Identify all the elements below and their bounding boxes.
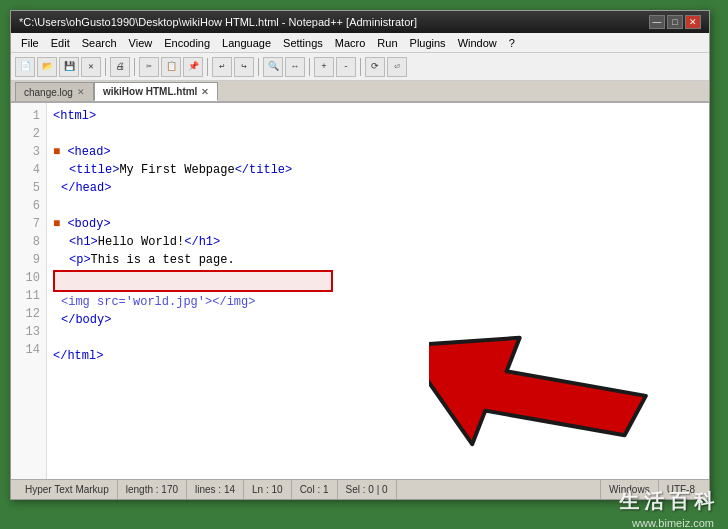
line-num-1: 1: [17, 107, 40, 125]
tab-changelog-label: change.log: [24, 87, 73, 98]
window-controls: — □ ✕: [649, 15, 701, 29]
menu-macro[interactable]: Macro: [329, 36, 372, 50]
code-tag-14: </html>: [53, 347, 103, 365]
undo-button[interactable]: ↩: [212, 57, 232, 77]
svg-marker-0: [429, 249, 657, 459]
menu-window[interactable]: Window: [452, 36, 503, 50]
menu-run[interactable]: Run: [371, 36, 403, 50]
line-num-8: 8: [17, 233, 40, 251]
menu-language[interactable]: Language: [216, 36, 277, 50]
code-text-8: Hello World!: [98, 233, 184, 251]
save-button[interactable]: 💾: [59, 57, 79, 77]
line-num-12: 12: [17, 305, 40, 323]
code-tag-5: </head>: [61, 179, 111, 197]
collapse-icon-3: ■: [53, 143, 67, 161]
zoom-in-button[interactable]: +: [314, 57, 334, 77]
print-button[interactable]: 🖨: [110, 57, 130, 77]
sync-button[interactable]: ⟳: [365, 57, 385, 77]
status-length: length : 170: [118, 480, 187, 499]
paste-button[interactable]: 📌: [183, 57, 203, 77]
toolbar-separator-1: [105, 58, 106, 76]
code-tag-11a: <img src='world.jpg'></img>: [61, 293, 255, 311]
code-line-7: ■ <body>: [53, 215, 703, 233]
collapse-icon-7: ■: [53, 215, 67, 233]
status-ln: Ln : 10: [244, 480, 292, 499]
code-line-3: ■ <head>: [53, 143, 703, 161]
code-content[interactable]: <html> ■ <head> <title> My First Webpage…: [47, 103, 709, 479]
line-num-2: 2: [17, 125, 40, 143]
tab-changelog[interactable]: change.log ✕: [15, 82, 94, 101]
toolbar-separator-3: [207, 58, 208, 76]
line-num-7: 7: [17, 215, 40, 233]
tab-wikiHow[interactable]: wikiHow HTML.html ✕: [94, 82, 218, 101]
code-tag-9a: <p>: [69, 251, 91, 269]
code-line-4: <title> My First Webpage </title>: [53, 161, 703, 179]
tab-wikiHow-close[interactable]: ✕: [201, 87, 209, 97]
line-num-6: 6: [17, 197, 40, 215]
line-numbers: 1 2 3 4 5 6 7 8 9 10 11 12 13 14: [11, 103, 47, 479]
code-tag-12: </body>: [61, 311, 111, 329]
word-wrap-button[interactable]: ⏎: [387, 57, 407, 77]
menu-help[interactable]: ?: [503, 36, 521, 50]
code-tag-7: <body>: [67, 215, 110, 233]
toolbar-separator-5: [309, 58, 310, 76]
close-file-button[interactable]: ✕: [81, 57, 101, 77]
menu-plugins[interactable]: Plugins: [404, 36, 452, 50]
cut-button[interactable]: ✂: [139, 57, 159, 77]
maximize-button[interactable]: □: [667, 15, 683, 29]
watermark-url: www.bimeiz.com: [632, 517, 714, 529]
status-type: Hyper Text Markup: [17, 480, 118, 499]
menu-settings[interactable]: Settings: [277, 36, 329, 50]
code-tag-3: <head>: [67, 143, 110, 161]
code-line-11: <img src='world.jpg'></img>: [53, 293, 333, 311]
status-sel: Sel : 0 | 0: [338, 480, 397, 499]
tab-bar: change.log ✕ wikiHow HTML.html ✕: [11, 81, 709, 103]
menu-bar: File Edit Search View Encoding Language …: [11, 33, 709, 53]
toolbar-separator-2: [134, 58, 135, 76]
code-line-9: <p> This is a test page.: [53, 251, 353, 269]
menu-search[interactable]: Search: [76, 36, 123, 50]
code-area[interactable]: 1 2 3 4 5 6 7 8 9 10 11 12 13 14 <html> …: [11, 103, 709, 479]
find-button[interactable]: 🔍: [263, 57, 283, 77]
status-lines: lines : 14: [187, 480, 244, 499]
code-text-9: This is a test page.: [91, 251, 235, 269]
code-line-6: [53, 197, 703, 215]
code-line-10[interactable]: [53, 270, 333, 292]
arrow-icon: [429, 249, 689, 459]
menu-encoding[interactable]: Encoding: [158, 36, 216, 50]
title-bar: *C:\Users\ohGusto1990\Desktop\wikiHow HT…: [11, 11, 709, 33]
menu-view[interactable]: View: [123, 36, 159, 50]
line-num-14: 14: [17, 341, 40, 359]
code-line-1: <html>: [53, 107, 703, 125]
menu-edit[interactable]: Edit: [45, 36, 76, 50]
line-num-10: 10: [17, 269, 40, 287]
status-bar: Hyper Text Markup length : 170 lines : 1…: [11, 479, 709, 499]
code-line-2: [53, 125, 703, 143]
code-tag-4b: </title>: [235, 161, 293, 179]
notepad-window: *C:\Users\ohGusto1990\Desktop\wikiHow HT…: [10, 10, 710, 500]
line-num-4: 4: [17, 161, 40, 179]
watermark-text: 生 活 百 科: [619, 488, 714, 515]
replace-button[interactable]: ↔: [285, 57, 305, 77]
line-num-3: 3: [17, 143, 40, 161]
open-button[interactable]: 📂: [37, 57, 57, 77]
code-tag-8b: </h1>: [184, 233, 220, 251]
line-num-11: 11: [17, 287, 40, 305]
tab-changelog-close[interactable]: ✕: [77, 87, 85, 97]
window-title: *C:\Users\ohGusto1990\Desktop\wikiHow HT…: [19, 16, 649, 28]
close-button[interactable]: ✕: [685, 15, 701, 29]
code-tag-8a: <h1>: [69, 233, 98, 251]
toolbar: 📄 📂 💾 ✕ 🖨 ✂ 📋 📌 ↩ ↪ 🔍 ↔ + - ⟳ ⏎: [11, 53, 709, 81]
line-num-9: 9: [17, 251, 40, 269]
code-line-5: </head>: [53, 179, 703, 197]
redo-button[interactable]: ↪: [234, 57, 254, 77]
new-button[interactable]: 📄: [15, 57, 35, 77]
copy-button[interactable]: 📋: [161, 57, 181, 77]
zoom-out-button[interactable]: -: [336, 57, 356, 77]
minimize-button[interactable]: —: [649, 15, 665, 29]
code-text-4: My First Webpage: [119, 161, 234, 179]
status-col: Col : 1: [292, 480, 338, 499]
toolbar-separator-6: [360, 58, 361, 76]
menu-file[interactable]: File: [15, 36, 45, 50]
toolbar-separator-4: [258, 58, 259, 76]
